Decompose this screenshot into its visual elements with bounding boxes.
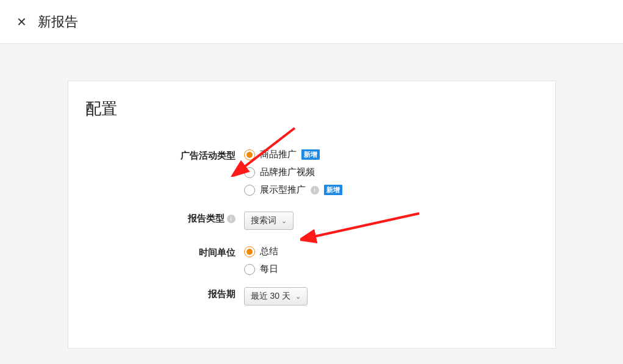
close-icon[interactable]: ✕ [12, 15, 31, 29]
info-icon[interactable]: i [311, 186, 319, 194]
radio-label: 品牌推广视频 [260, 166, 315, 178]
chevron-down-icon: ⌄ [281, 217, 287, 225]
report-type-dropdown[interactable]: 搜索词 ⌄ [244, 212, 293, 230]
new-badge: 新增 [324, 185, 342, 195]
radio-icon [244, 185, 255, 196]
config-card: 配置 广告活动类型 商品推广 新增 品牌推广视频 展示型推广 i [68, 80, 556, 349]
radio-label: 展示型推广 [260, 184, 306, 196]
label-campaign-type: 广告活动类型 [85, 149, 244, 162]
radio-label: 商品推广 [260, 149, 297, 160]
new-badge: 新增 [301, 149, 320, 160]
radio-brand-video[interactable]: 品牌推广视频 [244, 166, 538, 178]
radio-summary[interactable]: 总结 [244, 246, 538, 257]
report-type-control: 搜索词 ⌄ [244, 212, 538, 230]
radio-icon [244, 246, 255, 257]
row-campaign-type: 广告活动类型 商品推广 新增 品牌推广视频 展示型推广 i 新增 [85, 149, 538, 196]
report-period-control: 最近 30 天 ⌄ [244, 287, 538, 305]
label-report-type-text: 报告类型 [188, 213, 225, 224]
topbar: ✕ 新报告 [0, 0, 623, 44]
label-report-period-text: 报告期 [208, 288, 236, 300]
radio-daily[interactable]: 每日 [244, 263, 538, 275]
page-title: 新报告 [38, 13, 78, 31]
label-time-unit-text: 时间单位 [199, 247, 236, 259]
row-time-unit: 时间单位 总结 每日 [85, 246, 538, 275]
row-report-period: 报告期 最近 30 天 ⌄ [85, 287, 538, 305]
radio-display-promotion[interactable]: 展示型推广 i 新增 [244, 184, 538, 196]
report-period-dropdown[interactable]: 最近 30 天 ⌄ [244, 287, 308, 305]
label-report-type: 报告类型 i [85, 212, 244, 224]
dropdown-value: 最近 30 天 [251, 291, 290, 302]
label-campaign-type-text: 广告活动类型 [181, 150, 236, 162]
dropdown-value: 搜索词 [251, 215, 276, 226]
label-report-period: 报告期 [85, 287, 244, 300]
radio-label: 每日 [260, 263, 278, 275]
radio-icon [244, 149, 255, 160]
label-time-unit: 时间单位 [85, 246, 244, 259]
time-unit-options: 总结 每日 [244, 246, 538, 275]
radio-label: 总结 [260, 246, 278, 257]
radio-icon [244, 167, 255, 178]
radio-icon [244, 264, 255, 275]
info-icon[interactable]: i [227, 215, 236, 223]
content: 配置 广告活动类型 商品推广 新增 品牌推广视频 展示型推广 i [0, 44, 623, 349]
row-report-type: 报告类型 i 搜索词 ⌄ [85, 212, 538, 230]
radio-product-promotion[interactable]: 商品推广 新增 [244, 149, 538, 160]
chevron-down-icon: ⌄ [295, 293, 301, 301]
campaign-type-options: 商品推广 新增 品牌推广视频 展示型推广 i 新增 [244, 149, 538, 196]
card-title: 配置 [85, 98, 538, 120]
